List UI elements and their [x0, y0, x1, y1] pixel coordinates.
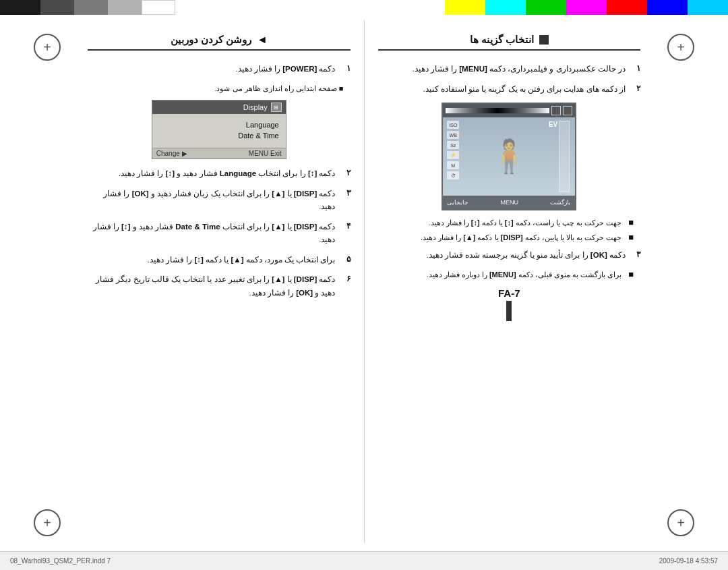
right-section-header: ◄ روشن کردن دوربین	[88, 34, 351, 51]
color-lightblue	[688, 0, 728, 15]
right-step-1: ۱ دکمه [POWER] را فشار دهید.	[88, 63, 351, 76]
color-cyan	[485, 0, 526, 15]
lb1-b1: [↕]	[505, 219, 514, 227]
display-header: ⊞ Display	[152, 101, 286, 114]
color-spacer	[175, 0, 445, 15]
cam-bottom-bar: بازگشت MENU جابجایی	[443, 196, 575, 209]
cam-icon-1	[563, 106, 572, 115]
bullet-dot-2: ■	[626, 232, 634, 244]
rs5-b1: [▲]	[231, 256, 243, 264]
bottom-right-text: 2009-09-18 4:53:57	[659, 557, 718, 565]
color-lightgray	[108, 0, 142, 15]
color-magenta	[566, 0, 607, 15]
left-bullet-2: ■ جهت حرکت به بالا یا پایین، دکمه [DISP]…	[378, 232, 641, 244]
color-black	[0, 0, 40, 15]
rs2-b1: [↕]	[308, 169, 317, 177]
rs3-b2: [▲]	[272, 190, 284, 198]
right-step1-bullet-text: ■ صفحه ابتدایی راه اندازی ظاهر می شود.	[214, 83, 343, 95]
left-step3-bullet: ■ برای بازگشت به منوی قبلی، دکمه [MENU] …	[378, 269, 641, 281]
right-step6-num: ۶	[340, 274, 351, 283]
cam-figure: 🧍	[489, 140, 529, 173]
cam-icon-iso: ISO	[447, 121, 459, 129]
rs2-lang: Language	[220, 169, 256, 177]
right-step4-num: ۴	[340, 221, 351, 231]
rs3-b1: [DISP]	[294, 190, 317, 198]
rs2-b2: [↕]	[166, 169, 175, 177]
cam-icon-mode: M	[447, 161, 459, 169]
display-footer-left: MENU Exit	[249, 150, 282, 157]
rs4-dt: Date & Time	[175, 223, 220, 231]
page-indicator: FA-7	[378, 287, 641, 321]
lb2-b1: [DISP]	[501, 233, 523, 241]
right-step-6: ۶ دکمه [DISP] یا [▲] را برای تغییر عدد ی…	[88, 273, 351, 300]
rs5-b2: [↕]	[194, 256, 203, 264]
color-red	[607, 0, 647, 15]
display-header-label: Display	[243, 103, 268, 111]
right-step1-bold1: [POWER]	[282, 65, 317, 73]
right-step-3: ۳ دکمه [DISP] یا [▲] را برای انتخاب یک ز…	[88, 188, 351, 214]
lb1-b2: [↕]	[471, 219, 480, 227]
left-step3-num: ۳	[630, 250, 640, 259]
camera-screenshot: ISO WB Sz ⚡ M ⏱ EV 🧍 بازگشت MENU جابجایی	[442, 103, 576, 210]
left-step3-text: دکمه [OK] را برای تأیید منو یا گزینه برج…	[378, 249, 626, 262]
cam-top-bar	[443, 104, 575, 117]
right-step5-text: برای انتخاب یک مورد، دکمه [▲] یا دکمه [↕…	[88, 254, 336, 267]
cam-icons-left: ISO WB Sz ⚡ M ⏱	[447, 121, 459, 179]
rs4-b2: [▲]	[272, 223, 284, 231]
color-green	[526, 0, 566, 15]
rs4-b1: [DISP]	[294, 223, 317, 231]
cam-icon-wb: WB	[447, 131, 459, 139]
left-step1-num: ۱	[630, 63, 640, 73]
left-step1-text: در حالت عکسبرداری و فیلمبرداری، دکمه [ME…	[378, 63, 626, 76]
ev-bar	[559, 121, 570, 192]
main-content: ◄ روشن کردن دوربین ۱ دکمه [POWER] را فشا…	[67, 20, 661, 543]
right-step1-text: دکمه [POWER] را فشار دهید.	[88, 63, 336, 76]
left-step-3: ۳ دکمه [OK] را برای تأیید منو یا گزینه ب…	[378, 249, 641, 262]
right-step-4: ۴ دکمه [DISP] یا [▲] را برای انتخاب Date…	[88, 221, 351, 247]
display-body: Language Date & Time	[152, 114, 286, 148]
cam-icon-timer: ⏱	[447, 171, 459, 179]
section-square-icon	[539, 35, 549, 45]
display-mockup: ⊞ Display Language Date & Time MENU Exit…	[152, 100, 286, 159]
crosshair-topright	[667, 34, 694, 61]
bottom-left-text: 08_Warhol93_QSM2_PER.indd 7	[10, 557, 111, 565]
rs6-b2: [▲]	[272, 275, 284, 283]
ls3b-b1: [MENU]	[489, 270, 516, 279]
cam-bottom-right-label: جابجایی	[447, 199, 468, 206]
right-column: ◄ روشن کردن دوربین ۱ دکمه [POWER] را فشا…	[67, 20, 365, 543]
color-white	[142, 0, 175, 15]
left-step2-text: از دکمه های هدایت برای رفتن به یک گزینه …	[378, 83, 626, 96]
two-col-layout: ◄ روشن کردن دوربین ۱ دکمه [POWER] را فشا…	[67, 20, 661, 543]
right-step2-text: دکمه [↕] را برای انتخاب Language فشار ده…	[88, 167, 336, 181]
cam-icon-2	[551, 106, 561, 115]
right-step3-num: ۳	[340, 188, 351, 198]
display-icon: ⊞	[271, 103, 282, 112]
display-item-language: Language	[159, 119, 279, 130]
crosshair-bottomleft	[34, 509, 61, 536]
color-blue	[647, 0, 688, 15]
right-section-title: روشن کردن دوربین	[171, 34, 251, 46]
cam-bottom-center: MENU	[501, 199, 519, 206]
right-step3-text: دکمه [DISP] یا [▲] را برای انتخاب یک زبا…	[88, 188, 336, 214]
ls3-b1: [OK]	[590, 251, 607, 259]
left-column: انتخاب گزینه ها ۱ در حالت عکسبرداری و فی…	[365, 20, 661, 543]
crosshair-topleft	[34, 34, 61, 61]
left-bullet1-text: جهت حرکت به چپ یا راست، دکمه [↕] یا دکمه…	[429, 217, 621, 229]
right-step1-bullet: ■ صفحه ابتدایی راه اندازی ظاهر می شود.	[88, 83, 351, 95]
bottom-bar: 08_Warhol93_QSM2_PER.indd 7 2009-09-18 4…	[0, 551, 728, 570]
page-number: FA-7	[498, 287, 520, 299]
page-bar	[506, 301, 512, 321]
rs6-b1: [DISP]	[294, 275, 317, 283]
left-section-title: انتخاب گزینه ها	[470, 34, 534, 46]
ev-scale	[446, 108, 549, 113]
right-step5-num: ۵	[340, 254, 351, 264]
left-bullet-1: ■ جهت حرکت به چپ یا راست، دکمه [↕] یا دک…	[378, 217, 641, 229]
left-section-header: انتخاب گزینه ها	[378, 34, 641, 51]
cam-icon-size: Sz	[447, 141, 459, 149]
right-step4-text: دکمه [DISP] یا [▲] را برای انتخاب Date &…	[88, 221, 336, 247]
display-footer: MENU Exit ▶ Change	[152, 148, 286, 159]
ls1-b1: [MENU]	[459, 65, 487, 73]
crosshair-bottomright	[667, 509, 694, 536]
color-gray	[74, 0, 108, 15]
right-step1-num: ۱	[340, 63, 351, 73]
